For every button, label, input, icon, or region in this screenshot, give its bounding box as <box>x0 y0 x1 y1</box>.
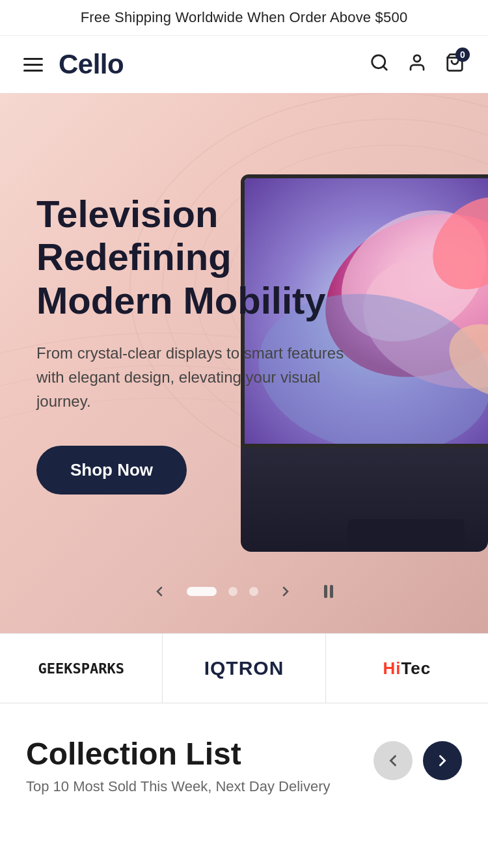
brand-hitec-hi: Hi <box>383 658 401 678</box>
hero-title: Television Redefining Modern Mobility <box>36 193 362 323</box>
brand-iqtron-label: IQTRON <box>204 657 284 679</box>
collection-section: Collection List Top 10 Most Sold This We… <box>0 703 488 815</box>
announcement-bar: Free Shipping Worldwide When Order Above… <box>0 0 488 36</box>
cart-icon[interactable]: 0 <box>445 53 465 77</box>
collection-prev-button[interactable] <box>373 741 413 780</box>
brand-hitec-label: HiTec <box>383 658 431 679</box>
carousel-pause-button[interactable] <box>313 576 344 607</box>
collection-header: Collection List Top 10 Most Sold This We… <box>26 736 462 795</box>
hamburger-line <box>23 64 43 66</box>
header-left: Cello <box>23 49 124 80</box>
collection-next-button[interactable] <box>423 741 462 780</box>
brand-item-iqtron[interactable]: IQTRON <box>163 634 325 703</box>
menu-button[interactable] <box>23 58 43 72</box>
header-right: 0 <box>370 53 465 77</box>
carousel-dot-1[interactable] <box>187 587 217 596</box>
svg-point-2 <box>414 55 420 61</box>
svg-line-1 <box>383 66 386 69</box>
hamburger-line <box>23 70 43 72</box>
collection-title: Collection List <box>26 736 330 772</box>
brand-hitec-tec: Tec <box>401 658 431 678</box>
announcement-text: Free Shipping Worldwide When Order Above… <box>81 9 408 25</box>
carousel-dot-3[interactable] <box>249 587 258 596</box>
carousel-dot-2[interactable] <box>228 587 237 596</box>
brands-section: GEEKSPARKS IQTRON HiTec <box>0 633 488 703</box>
hero-description: From crystal-clear displays to smart fea… <box>36 341 375 414</box>
header: Cello 0 <box>0 36 488 93</box>
cart-badge: 0 <box>455 47 470 62</box>
brand-item-geeksparks[interactable]: GEEKSPARKS <box>0 634 163 703</box>
account-icon[interactable] <box>407 53 427 77</box>
collection-subtitle: Top 10 Most Sold This Week, Next Day Del… <box>26 778 330 795</box>
hero-content: Television Redefining Modern Mobility Fr… <box>0 93 488 633</box>
brand-geeksparks-label: GEEKSPARKS <box>38 660 124 677</box>
shop-now-button[interactable]: Shop Now <box>36 446 187 495</box>
logo[interactable]: Cello <box>59 49 124 80</box>
collection-nav <box>373 741 462 780</box>
brand-item-hitec[interactable]: HiTec <box>326 634 488 703</box>
carousel-controls <box>144 576 344 607</box>
carousel-prev-button[interactable] <box>144 576 175 607</box>
search-icon[interactable] <box>370 53 389 77</box>
hero-banner: Television Redefining Modern Mobility Fr… <box>0 93 488 633</box>
collection-title-block: Collection List Top 10 Most Sold This We… <box>26 736 330 795</box>
hamburger-line <box>23 58 43 60</box>
carousel-next-button[interactable] <box>270 576 301 607</box>
